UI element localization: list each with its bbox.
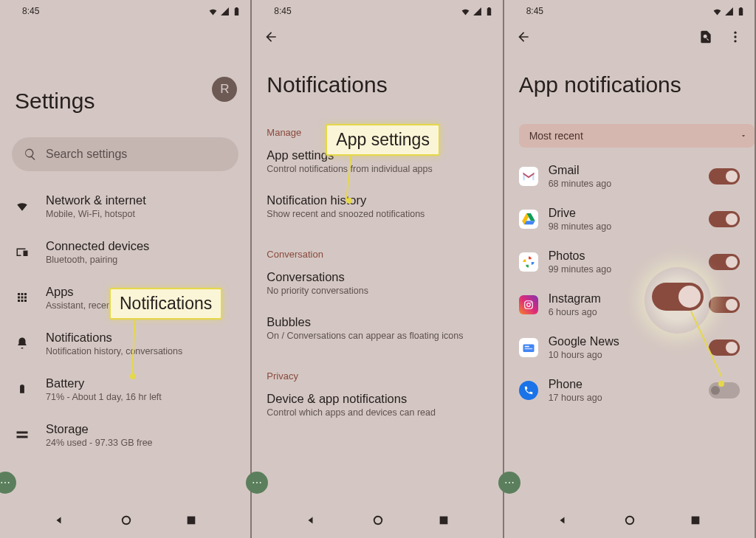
pref-conversations[interactable]: Conversations No priority conversations xyxy=(252,263,502,303)
svg-point-5 xyxy=(734,35,736,38)
nav-bar xyxy=(252,506,502,538)
app-row-phone[interactable]: Phone17 hours ago xyxy=(504,369,755,412)
app-row-google-news[interactable]: Google News10 hours ago xyxy=(504,326,755,369)
status-bar: 8:45 xyxy=(0,0,250,22)
toggle-google-news[interactable] xyxy=(709,339,740,356)
bell-icon xyxy=(16,337,29,350)
wifi-icon xyxy=(712,7,722,16)
nav-home-icon[interactable] xyxy=(371,514,385,530)
signal-icon xyxy=(472,7,482,16)
devices-icon xyxy=(16,245,29,258)
app-row-photos[interactable]: Photos99 minutes ago xyxy=(504,241,755,283)
row-network[interactable]: Network & internetMobile, Wi-Fi, hotspot xyxy=(0,183,250,229)
nav-home-icon[interactable] xyxy=(120,514,133,530)
nav-recent-icon[interactable] xyxy=(438,514,450,529)
battery-icon xyxy=(736,7,746,16)
panel-app-notifications: 8:45 App notifications Most recent Gmail… xyxy=(504,0,756,538)
phone-icon xyxy=(519,381,538,400)
status-icons xyxy=(461,7,494,16)
pref-bubbles[interactable]: Bubbles On / Conversations can appear as… xyxy=(252,308,502,348)
svg-rect-1 xyxy=(188,517,196,525)
svg-point-2 xyxy=(374,517,382,525)
svg-point-13 xyxy=(626,517,634,525)
status-bar: 8:45 xyxy=(504,0,755,22)
back-button[interactable] xyxy=(264,30,278,47)
callout-toggle xyxy=(652,283,704,311)
status-time: 8:45 xyxy=(22,6,39,16)
svg-rect-3 xyxy=(439,517,447,525)
panel-settings: 8:45 R Settings Search settings Network … xyxy=(0,0,252,538)
svg-rect-14 xyxy=(692,517,700,525)
status-bar: 8:45 xyxy=(252,0,502,22)
chevron-down-icon xyxy=(740,132,747,139)
status-icons xyxy=(712,7,746,16)
nav-back-icon[interactable] xyxy=(557,514,570,530)
panel-notifications: 8:45 Notifications Manage App settings C… xyxy=(252,0,504,538)
page-title: Settings xyxy=(0,22,250,131)
wifi-icon xyxy=(16,199,29,213)
drive-icon xyxy=(519,210,538,229)
google-news-icon xyxy=(519,338,538,357)
svg-rect-12 xyxy=(524,348,532,350)
signal-icon xyxy=(724,7,734,16)
callout-notifications: Notifications xyxy=(109,288,222,320)
nav-home-icon[interactable] xyxy=(623,514,636,530)
filter-chip[interactable]: Most recent xyxy=(519,124,755,148)
instagram-icon xyxy=(519,295,538,314)
battery-icon xyxy=(17,382,27,396)
page-title: App notifications xyxy=(504,55,755,115)
gmail-icon xyxy=(519,167,538,186)
battery-icon xyxy=(484,7,494,16)
storage-icon xyxy=(16,428,29,441)
apps-icon xyxy=(16,291,29,304)
svg-point-9 xyxy=(530,302,531,303)
search-input[interactable]: Search settings xyxy=(12,137,238,171)
callout-app-settings: App settings xyxy=(326,124,440,156)
svg-point-4 xyxy=(734,32,736,34)
toggle-instagram[interactable] xyxy=(709,297,740,313)
pref-device-app-notifications[interactable]: Device & app notifications Control which… xyxy=(252,384,502,425)
nav-back-icon[interactable] xyxy=(305,514,318,530)
wifi-icon xyxy=(461,7,470,16)
app-row-drive[interactable]: Drive98 minutes ago xyxy=(504,198,755,241)
nav-recent-icon[interactable] xyxy=(690,514,701,529)
wifi-icon xyxy=(208,7,218,16)
nav-back-icon[interactable] xyxy=(53,514,66,530)
toggle-phone[interactable] xyxy=(709,382,740,399)
pref-notification-history[interactable]: Notification history Show recent and sno… xyxy=(252,186,502,227)
back-button[interactable] xyxy=(516,30,531,47)
svg-point-8 xyxy=(526,303,530,307)
svg-point-6 xyxy=(734,40,736,42)
toggle-drive[interactable] xyxy=(709,211,740,227)
search-in-page-icon[interactable] xyxy=(698,30,713,47)
status-time: 8:45 xyxy=(274,6,291,16)
app-row-gmail[interactable]: Gmail68 minutes ago xyxy=(504,155,755,198)
svg-point-0 xyxy=(122,517,130,525)
row-notifications[interactable]: NotificationsNotification history, conve… xyxy=(0,320,250,366)
battery-icon xyxy=(232,7,241,16)
search-placeholder: Search settings xyxy=(46,148,127,161)
section-privacy: Privacy xyxy=(252,359,502,384)
toggle-photos[interactable] xyxy=(709,254,740,270)
status-time: 8:45 xyxy=(526,6,543,16)
nav-recent-icon[interactable] xyxy=(185,514,197,529)
fab[interactable]: ⋯ xyxy=(498,472,520,494)
row-connected-devices[interactable]: Connected devicesBluetooth, pairing xyxy=(0,229,250,275)
search-icon xyxy=(24,148,37,161)
row-battery[interactable]: Battery71% - About 1 day, 16 hr left xyxy=(0,366,250,412)
app-row-instagram[interactable]: Instagram6 hours ago xyxy=(504,283,755,326)
nav-bar xyxy=(504,506,755,538)
signal-icon xyxy=(220,7,230,16)
svg-rect-11 xyxy=(524,346,529,348)
row-storage[interactable]: Storage24% used - 97.33 GB free xyxy=(0,412,250,458)
photos-icon xyxy=(519,252,538,272)
toggle-gmail[interactable] xyxy=(709,168,740,184)
nav-bar xyxy=(0,506,250,538)
section-conversation: Conversation xyxy=(252,237,502,263)
page-title: Notifications xyxy=(252,55,502,115)
overflow-menu-icon[interactable] xyxy=(728,30,743,47)
status-icons xyxy=(208,7,241,16)
